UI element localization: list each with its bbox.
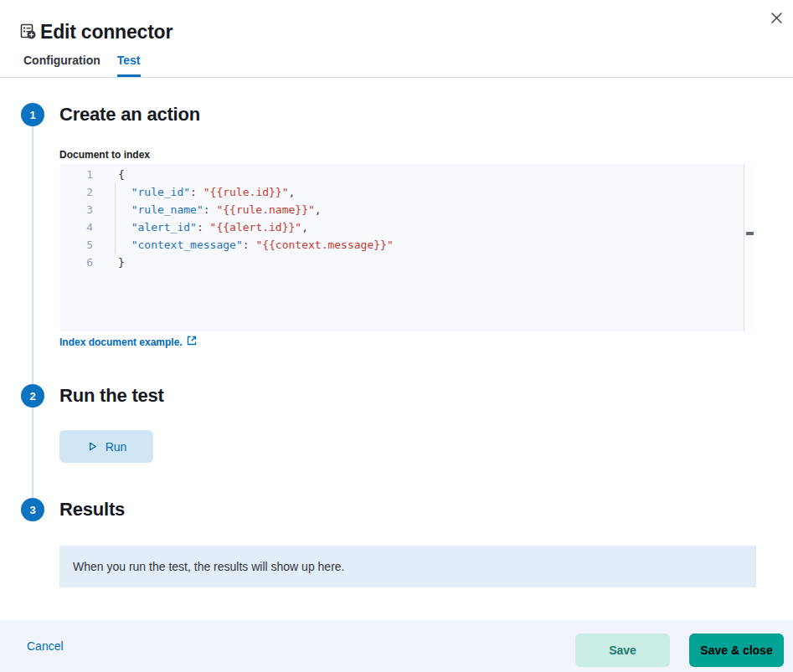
- edit-connector-flyout: Edit connector Configuration Test 1 Crea…: [0, 0, 793, 672]
- index-document-icon: [20, 23, 36, 39]
- results-placeholder-panel: When you run the test, the results will …: [59, 546, 756, 587]
- step-connector-line-1: [32, 126, 33, 384]
- example-link-label: Index document example.: [59, 336, 183, 348]
- results-placeholder-text: When you run the test, the results will …: [73, 560, 345, 573]
- save-and-close-button[interactable]: Save & close: [689, 634, 784, 667]
- step-1-title: Create an action: [59, 104, 200, 126]
- step-connector-line-2: [32, 408, 33, 498]
- flyout-footer: Cancel Save Save & close: [0, 620, 793, 672]
- step-2-title: Run the test: [59, 385, 164, 407]
- document-to-index-label: Document to index: [59, 149, 150, 161]
- step-3-badge: 3: [21, 498, 44, 521]
- editor-scroll-marker: [746, 232, 754, 235]
- step-3-title: Results: [59, 499, 125, 521]
- code-editor[interactable]: 1{2 "rule_id": "{{rule.id}}",3 "rule_nam…: [59, 164, 754, 331]
- code-line: 2 "rule_id": "{{rule.id}}",: [59, 183, 754, 201]
- play-icon: [86, 440, 99, 453]
- tab-configuration[interactable]: Configuration: [23, 54, 100, 77]
- code-lines: 1{2 "rule_id": "{{rule.id}}",3 "rule_nam…: [59, 164, 754, 271]
- tab-test[interactable]: Test: [117, 54, 141, 77]
- step-1-badge: 1: [21, 103, 44, 126]
- page-title: Edit connector: [40, 21, 173, 44]
- external-link-icon: [187, 336, 197, 348]
- code-line: 6}: [59, 254, 754, 271]
- editor-scrollbar[interactable]: [744, 164, 754, 331]
- save-button[interactable]: Save: [575, 634, 670, 667]
- code-line: 1{: [59, 166, 754, 183]
- index-document-example-link[interactable]: Index document example.: [59, 336, 197, 348]
- step-2-badge: 2: [21, 384, 44, 408]
- tab-bar: Configuration Test: [0, 54, 793, 78]
- run-button-label: Run: [106, 440, 127, 454]
- close-icon[interactable]: [767, 8, 785, 27]
- code-line: 5 "context_message": "{{context.message}…: [59, 236, 754, 254]
- run-button[interactable]: Run: [59, 430, 153, 463]
- code-line: 4 "alert_id": "{{alert.id}}",: [59, 218, 754, 236]
- code-line: 3 "rule_name": "{{rule.name}}",: [59, 201, 754, 218]
- cancel-button[interactable]: Cancel: [27, 620, 64, 672]
- indent-guide: [115, 183, 116, 254]
